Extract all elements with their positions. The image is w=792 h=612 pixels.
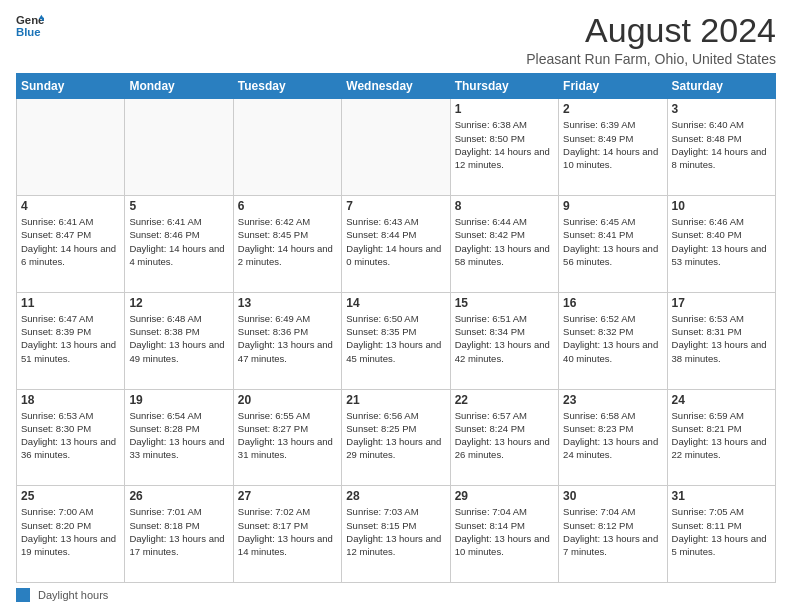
- calendar-cell: 1Sunrise: 6:38 AMSunset: 8:50 PMDaylight…: [450, 99, 558, 196]
- calendar-cell: 28Sunrise: 7:03 AMSunset: 8:15 PMDayligh…: [342, 486, 450, 583]
- calendar-table: SundayMondayTuesdayWednesdayThursdayFrid…: [16, 73, 776, 583]
- day-number: 28: [346, 489, 445, 503]
- day-info: Sunrise: 6:57 AMSunset: 8:24 PMDaylight:…: [455, 409, 554, 462]
- day-number: 15: [455, 296, 554, 310]
- calendar-day-header: Wednesday: [342, 74, 450, 99]
- day-number: 24: [672, 393, 771, 407]
- calendar-day-header: Sunday: [17, 74, 125, 99]
- logo: General Blue: [16, 12, 44, 40]
- page: General Blue August 2024 Pleasant Run Fa…: [0, 0, 792, 612]
- day-info: Sunrise: 7:05 AMSunset: 8:11 PMDaylight:…: [672, 505, 771, 558]
- calendar-cell: 11Sunrise: 6:47 AMSunset: 8:39 PMDayligh…: [17, 292, 125, 389]
- day-info: Sunrise: 6:41 AMSunset: 8:47 PMDaylight:…: [21, 215, 120, 268]
- subtitle: Pleasant Run Farm, Ohio, United States: [526, 51, 776, 67]
- calendar-cell: 10Sunrise: 6:46 AMSunset: 8:40 PMDayligh…: [667, 196, 775, 293]
- calendar-cell: 20Sunrise: 6:55 AMSunset: 8:27 PMDayligh…: [233, 389, 341, 486]
- day-info: Sunrise: 6:41 AMSunset: 8:46 PMDaylight:…: [129, 215, 228, 268]
- day-number: 7: [346, 199, 445, 213]
- calendar-cell: 13Sunrise: 6:49 AMSunset: 8:36 PMDayligh…: [233, 292, 341, 389]
- calendar-day-header: Monday: [125, 74, 233, 99]
- day-number: 6: [238, 199, 337, 213]
- calendar-cell: 21Sunrise: 6:56 AMSunset: 8:25 PMDayligh…: [342, 389, 450, 486]
- day-info: Sunrise: 6:43 AMSunset: 8:44 PMDaylight:…: [346, 215, 445, 268]
- main-title: August 2024: [526, 12, 776, 49]
- day-number: 10: [672, 199, 771, 213]
- calendar-cell: 16Sunrise: 6:52 AMSunset: 8:32 PMDayligh…: [559, 292, 667, 389]
- day-info: Sunrise: 6:45 AMSunset: 8:41 PMDaylight:…: [563, 215, 662, 268]
- day-info: Sunrise: 7:03 AMSunset: 8:15 PMDaylight:…: [346, 505, 445, 558]
- day-info: Sunrise: 6:42 AMSunset: 8:45 PMDaylight:…: [238, 215, 337, 268]
- day-info: Sunrise: 7:04 AMSunset: 8:14 PMDaylight:…: [455, 505, 554, 558]
- calendar-day-header: Friday: [559, 74, 667, 99]
- day-info: Sunrise: 6:56 AMSunset: 8:25 PMDaylight:…: [346, 409, 445, 462]
- calendar-week-row: 25Sunrise: 7:00 AMSunset: 8:20 PMDayligh…: [17, 486, 776, 583]
- calendar-cell: 22Sunrise: 6:57 AMSunset: 8:24 PMDayligh…: [450, 389, 558, 486]
- day-number: 11: [21, 296, 120, 310]
- day-info: Sunrise: 7:01 AMSunset: 8:18 PMDaylight:…: [129, 505, 228, 558]
- calendar-cell: 14Sunrise: 6:50 AMSunset: 8:35 PMDayligh…: [342, 292, 450, 389]
- day-number: 26: [129, 489, 228, 503]
- day-number: 14: [346, 296, 445, 310]
- day-info: Sunrise: 6:54 AMSunset: 8:28 PMDaylight:…: [129, 409, 228, 462]
- calendar-cell: [342, 99, 450, 196]
- day-info: Sunrise: 6:51 AMSunset: 8:34 PMDaylight:…: [455, 312, 554, 365]
- calendar-cell: 8Sunrise: 6:44 AMSunset: 8:42 PMDaylight…: [450, 196, 558, 293]
- day-info: Sunrise: 6:46 AMSunset: 8:40 PMDaylight:…: [672, 215, 771, 268]
- day-info: Sunrise: 6:39 AMSunset: 8:49 PMDaylight:…: [563, 118, 662, 171]
- calendar-cell: 17Sunrise: 6:53 AMSunset: 8:31 PMDayligh…: [667, 292, 775, 389]
- calendar-cell: 26Sunrise: 7:01 AMSunset: 8:18 PMDayligh…: [125, 486, 233, 583]
- calendar-week-row: 4Sunrise: 6:41 AMSunset: 8:47 PMDaylight…: [17, 196, 776, 293]
- calendar-day-header: Saturday: [667, 74, 775, 99]
- calendar-header-row: SundayMondayTuesdayWednesdayThursdayFrid…: [17, 74, 776, 99]
- calendar-cell: 27Sunrise: 7:02 AMSunset: 8:17 PMDayligh…: [233, 486, 341, 583]
- day-info: Sunrise: 6:47 AMSunset: 8:39 PMDaylight:…: [21, 312, 120, 365]
- calendar-day-header: Thursday: [450, 74, 558, 99]
- day-info: Sunrise: 6:55 AMSunset: 8:27 PMDaylight:…: [238, 409, 337, 462]
- day-number: 5: [129, 199, 228, 213]
- calendar-cell: 4Sunrise: 6:41 AMSunset: 8:47 PMDaylight…: [17, 196, 125, 293]
- day-number: 31: [672, 489, 771, 503]
- day-number: 20: [238, 393, 337, 407]
- day-info: Sunrise: 6:53 AMSunset: 8:31 PMDaylight:…: [672, 312, 771, 365]
- svg-text:General: General: [16, 14, 44, 26]
- day-number: 3: [672, 102, 771, 116]
- calendar-week-row: 18Sunrise: 6:53 AMSunset: 8:30 PMDayligh…: [17, 389, 776, 486]
- day-info: Sunrise: 6:40 AMSunset: 8:48 PMDaylight:…: [672, 118, 771, 171]
- calendar-cell: 2Sunrise: 6:39 AMSunset: 8:49 PMDaylight…: [559, 99, 667, 196]
- day-info: Sunrise: 6:44 AMSunset: 8:42 PMDaylight:…: [455, 215, 554, 268]
- calendar-cell: 25Sunrise: 7:00 AMSunset: 8:20 PMDayligh…: [17, 486, 125, 583]
- calendar-cell: 18Sunrise: 6:53 AMSunset: 8:30 PMDayligh…: [17, 389, 125, 486]
- legend: Daylight hours: [16, 588, 776, 602]
- day-number: 16: [563, 296, 662, 310]
- calendar-cell: 12Sunrise: 6:48 AMSunset: 8:38 PMDayligh…: [125, 292, 233, 389]
- calendar-cell: 30Sunrise: 7:04 AMSunset: 8:12 PMDayligh…: [559, 486, 667, 583]
- calendar-cell: 3Sunrise: 6:40 AMSunset: 8:48 PMDaylight…: [667, 99, 775, 196]
- calendar-cell: 29Sunrise: 7:04 AMSunset: 8:14 PMDayligh…: [450, 486, 558, 583]
- day-info: Sunrise: 6:48 AMSunset: 8:38 PMDaylight:…: [129, 312, 228, 365]
- day-number: 9: [563, 199, 662, 213]
- calendar-day-header: Tuesday: [233, 74, 341, 99]
- legend-box: [16, 588, 30, 602]
- day-info: Sunrise: 6:58 AMSunset: 8:23 PMDaylight:…: [563, 409, 662, 462]
- day-number: 23: [563, 393, 662, 407]
- calendar-cell: [17, 99, 125, 196]
- calendar-cell: 24Sunrise: 6:59 AMSunset: 8:21 PMDayligh…: [667, 389, 775, 486]
- day-number: 21: [346, 393, 445, 407]
- day-number: 18: [21, 393, 120, 407]
- svg-text:Blue: Blue: [16, 26, 41, 38]
- day-number: 13: [238, 296, 337, 310]
- day-info: Sunrise: 6:59 AMSunset: 8:21 PMDaylight:…: [672, 409, 771, 462]
- day-number: 17: [672, 296, 771, 310]
- day-info: Sunrise: 6:53 AMSunset: 8:30 PMDaylight:…: [21, 409, 120, 462]
- calendar-week-row: 1Sunrise: 6:38 AMSunset: 8:50 PMDaylight…: [17, 99, 776, 196]
- day-info: Sunrise: 7:02 AMSunset: 8:17 PMDaylight:…: [238, 505, 337, 558]
- day-info: Sunrise: 6:49 AMSunset: 8:36 PMDaylight:…: [238, 312, 337, 365]
- calendar-cell: 6Sunrise: 6:42 AMSunset: 8:45 PMDaylight…: [233, 196, 341, 293]
- day-number: 29: [455, 489, 554, 503]
- calendar-cell: 19Sunrise: 6:54 AMSunset: 8:28 PMDayligh…: [125, 389, 233, 486]
- legend-label: Daylight hours: [38, 589, 108, 601]
- day-number: 19: [129, 393, 228, 407]
- day-number: 22: [455, 393, 554, 407]
- day-info: Sunrise: 7:04 AMSunset: 8:12 PMDaylight:…: [563, 505, 662, 558]
- day-info: Sunrise: 7:00 AMSunset: 8:20 PMDaylight:…: [21, 505, 120, 558]
